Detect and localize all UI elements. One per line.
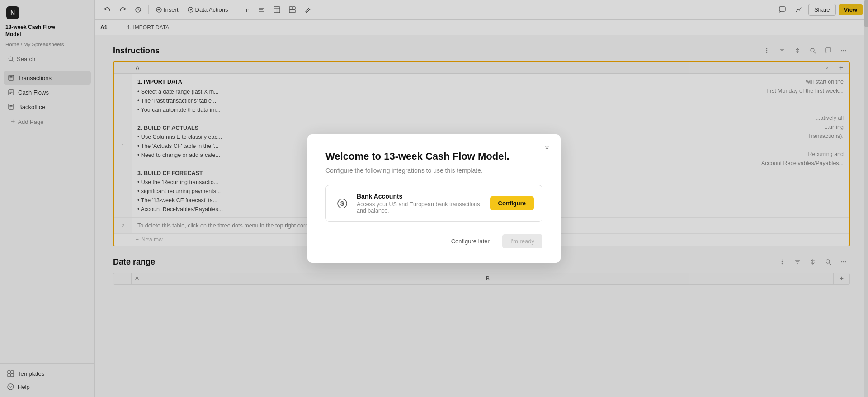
modal-footer: Configure later I'm ready	[326, 234, 542, 248]
configure-later-button[interactable]: Configure later	[444, 234, 497, 248]
configure-integration-button[interactable]: Configure	[490, 196, 534, 210]
svg-text:$: $	[340, 200, 344, 207]
modal-title: Welcome to 13-week Cash Flow Model.	[326, 151, 542, 162]
integration-item: $ Bank Accounts Access your US and Europ…	[326, 185, 542, 222]
modal-backdrop: × Welcome to 13-week Cash Flow Model. Co…	[0, 0, 868, 397]
im-ready-button[interactable]: I'm ready	[502, 234, 542, 248]
bank-icon: $	[334, 195, 350, 212]
modal-close-button[interactable]: ×	[541, 142, 553, 154]
integration-info: Bank Accounts Access your US and Europea…	[357, 193, 484, 214]
integration-name: Bank Accounts	[357, 193, 484, 200]
modal-subtitle: Configure the following integrations to …	[326, 167, 542, 174]
integration-description: Access your US and European bank transac…	[357, 201, 484, 214]
welcome-modal: × Welcome to 13-week Cash Flow Model. Co…	[307, 134, 561, 263]
